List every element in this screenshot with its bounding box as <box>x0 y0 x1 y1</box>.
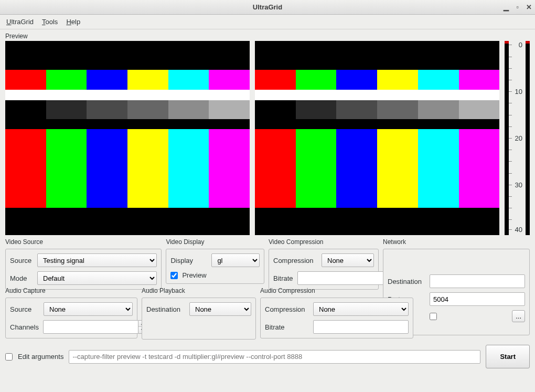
network-title: Network <box>383 238 530 246</box>
menu-ultragrid[interactable]: UltraGrid <box>6 18 34 26</box>
menu-tools[interactable]: Tools <box>42 18 58 26</box>
channels-input[interactable] <box>43 320 138 334</box>
maximize-icon[interactable]: ▫ <box>516 3 519 11</box>
video-source-panel: Source Testing signal Mode Default <box>5 249 162 290</box>
preview-label: Preview <box>5 33 530 40</box>
edit-arguments-label: Edit arguments <box>18 353 63 361</box>
audio-playback-panel: Destination None <box>142 298 256 340</box>
meter-bar-left <box>505 41 509 235</box>
audio-compression-panel: Compression None Bitrate <box>260 298 413 338</box>
fec-checkbox[interactable] <box>430 313 437 320</box>
ac-source-select[interactable]: None <box>44 302 133 316</box>
display-label: Display <box>170 257 207 264</box>
video-source-title: Video Source <box>5 238 162 246</box>
preview-checkbox[interactable] <box>170 272 178 279</box>
acomp-bitrate-input[interactable] <box>313 320 409 334</box>
video-display-title: Video Display <box>166 238 264 246</box>
titlebar: UltraGrid ▁ ▫ ✕ <box>0 0 535 15</box>
acomp-compression-select[interactable]: None <box>313 302 409 316</box>
source-select[interactable]: Testing signal <box>37 253 157 267</box>
mode-label: Mode <box>10 274 33 282</box>
edit-arguments-checkbox[interactable] <box>5 353 13 361</box>
compression-label: Compression <box>273 257 317 264</box>
fec-options-button[interactable]: ... <box>512 310 525 322</box>
ac-source-label: Source <box>10 305 39 313</box>
preview-row: 0 10 20 30 40 <box>5 41 530 235</box>
audio-capture-panel: Source None Channels ▲▼ <box>5 298 137 338</box>
window-title: UltraGrid <box>0 3 535 11</box>
video-display-panel: Display gl Preview <box>166 249 264 284</box>
acomp-bitrate-label: Bitrate <box>265 323 309 331</box>
display-select[interactable]: gl <box>211 253 260 267</box>
footer-row: Edit arguments Start <box>5 345 530 368</box>
bitrate-label: Bitrate <box>273 274 293 282</box>
minimize-icon[interactable]: ▁ <box>504 3 509 11</box>
video-compression-title: Video Compression <box>269 238 379 246</box>
window-controls: ▁ ▫ ✕ <box>504 3 532 11</box>
menubar: UltraGrid Tools Help <box>0 15 535 29</box>
preview-panel-right <box>255 41 499 235</box>
start-button[interactable]: Start <box>486 345 530 368</box>
ap-destination-label: Destination <box>146 305 185 313</box>
meter-scale: 0 10 20 30 40 <box>511 41 523 235</box>
ap-destination-select[interactable]: None <box>189 302 251 316</box>
arguments-input[interactable] <box>69 350 480 364</box>
audio-meter: 0 10 20 30 40 <box>505 41 530 235</box>
destination-label: Destination <box>388 278 425 285</box>
channels-label: Channels <box>10 323 39 331</box>
audio-playback-title: Audio Playback <box>142 287 256 294</box>
preview-checkbox-label: Preview <box>182 271 206 279</box>
bitrate-input[interactable] <box>297 271 393 285</box>
close-icon[interactable]: ✕ <box>526 3 532 11</box>
menu-help[interactable]: Help <box>66 18 80 26</box>
compression-select[interactable]: None <box>322 253 374 267</box>
preview-panel-left <box>5 41 250 235</box>
acomp-compression-label: Compression <box>265 305 309 313</box>
audio-compression-title: Audio Compression <box>260 287 413 294</box>
mode-select[interactable]: Default <box>37 271 157 285</box>
video-compression-panel: Compression None Bitrate <box>269 249 379 290</box>
port-input[interactable] <box>430 292 525 306</box>
audio-capture-title: Audio Capture <box>5 287 137 294</box>
destination-input[interactable] <box>430 274 525 288</box>
meter-bar-right <box>526 41 530 235</box>
source-label: Source <box>10 257 33 264</box>
